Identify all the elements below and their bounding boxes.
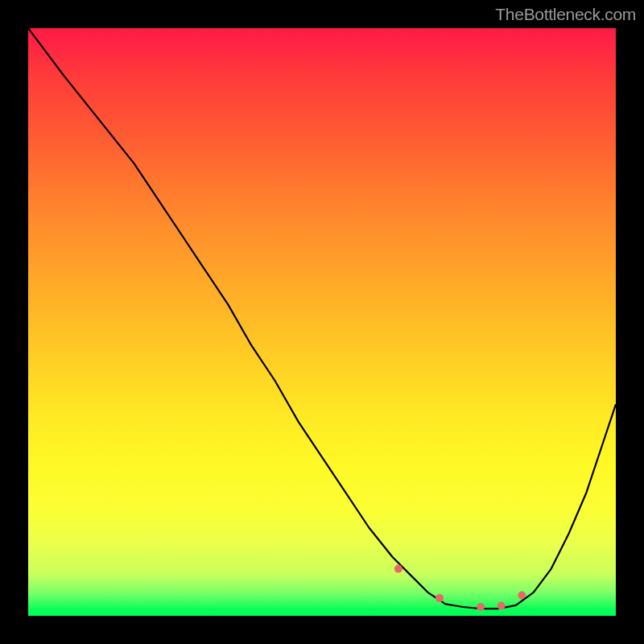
curve-marker <box>477 603 485 611</box>
chart-plot-area <box>28 28 616 616</box>
attribution-text: TheBottleneck.com <box>495 5 636 24</box>
marker-group <box>394 565 526 611</box>
curve-marker <box>497 602 506 610</box>
bottleneck-curve <box>28 28 616 609</box>
curve-marker <box>436 594 444 602</box>
curve-marker <box>394 565 402 573</box>
curve-marker <box>518 592 526 600</box>
chart-svg <box>28 28 616 616</box>
